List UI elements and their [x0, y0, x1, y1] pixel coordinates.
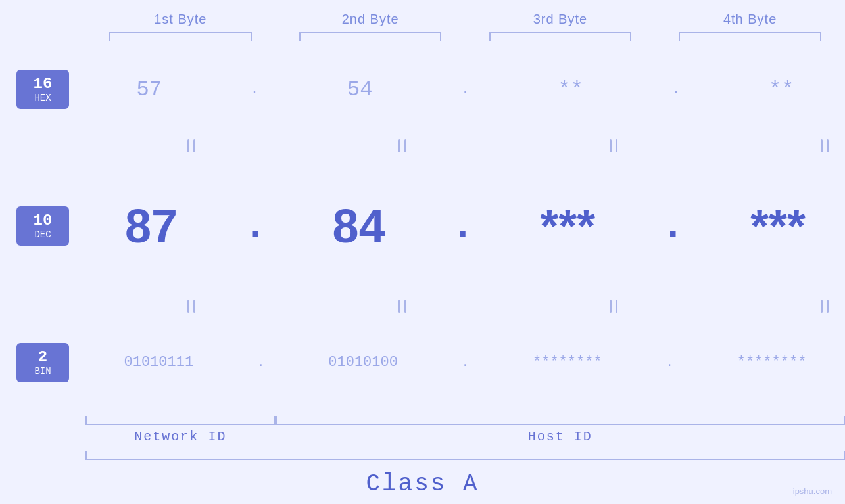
bin-label-area: 2 BIN	[0, 343, 85, 382]
bin-b3: ********	[533, 354, 602, 371]
top-bracket-1	[109, 32, 252, 41]
bin-section: 2 BIN 01010111 . 01010100 . ******** . *…	[0, 316, 845, 409]
byte4-header: 4th Byte	[655, 12, 845, 27]
byte2-header: 2nd Byte	[276, 12, 466, 27]
byte1-header: 1st Byte	[85, 12, 276, 27]
bin-badge: 2 BIN	[16, 343, 69, 382]
dec-section: 10 DEC 87 . 84 . *** . ***	[0, 156, 845, 296]
host-bracket	[276, 416, 845, 425]
bracket-cell-4	[655, 30, 845, 43]
dec-b1: 87	[125, 199, 178, 253]
top-bracket-row	[85, 30, 845, 43]
host-id-label: Host ID	[276, 429, 845, 444]
id-labels-row: Network ID Host ID	[85, 429, 845, 444]
dec-sep3: .	[661, 204, 685, 248]
hex-sep2: .	[461, 82, 469, 97]
hex-badge: 16 HEX	[16, 70, 69, 109]
dec-badge: 10 DEC	[16, 206, 69, 246]
hex-b3: **	[558, 78, 583, 102]
bracket-cell-3	[466, 30, 656, 43]
dec-b4: ***	[750, 199, 806, 253]
divider1	[85, 136, 845, 156]
dec-label-area: 10 DEC	[0, 206, 85, 246]
hex-values-row: 57 . 54 . ** . **	[85, 78, 845, 102]
divider2	[85, 296, 845, 316]
bin-sep2: .	[462, 356, 469, 369]
byte-headers: 1st Byte 2nd Byte 3rd Byte 4th Byte	[85, 0, 845, 27]
bracket-cell-2	[276, 30, 466, 43]
watermark: ipshu.com	[793, 486, 832, 496]
network-id-label: Network ID	[85, 429, 276, 444]
big-bracket	[85, 451, 845, 460]
bin-sep1: .	[257, 356, 264, 369]
dec-sep1: .	[243, 204, 267, 248]
dec-sep2: .	[450, 204, 474, 248]
bin-b4: ********	[737, 354, 807, 371]
top-bracket-2	[299, 32, 442, 41]
top-bracket-3	[489, 32, 632, 41]
byte3-header: 3rd Byte	[466, 12, 656, 27]
dec-values-row: 87 . 84 . *** . ***	[85, 199, 845, 253]
bin-sep3: .	[666, 356, 673, 369]
dec-b3: ***	[540, 199, 595, 253]
network-bracket	[85, 416, 276, 425]
bin-b2: 01010100	[328, 354, 398, 371]
bin-b1: 01010111	[124, 354, 194, 371]
hex-b2: 54	[347, 78, 372, 102]
hex-section: 16 HEX 57 . 54 . ** . **	[0, 43, 845, 136]
top-bracket-4	[679, 32, 821, 41]
hex-label-area: 16 HEX	[0, 70, 85, 109]
hex-b4: **	[769, 78, 794, 102]
hex-sep1: .	[251, 82, 258, 97]
hex-sep3: .	[672, 82, 680, 97]
bin-values-row: 01010111 . 01010100 . ******** . *******…	[85, 354, 845, 371]
class-label: Class A	[0, 470, 845, 504]
hex-b1: 57	[137, 78, 162, 102]
id-bracket-row	[85, 409, 845, 425]
main-container: 1st Byte 2nd Byte 3rd Byte 4th Byte 16 H…	[0, 0, 845, 504]
dec-b2: 84	[333, 199, 385, 253]
bracket-cell-1	[85, 30, 276, 43]
big-bracket-row	[85, 451, 845, 464]
